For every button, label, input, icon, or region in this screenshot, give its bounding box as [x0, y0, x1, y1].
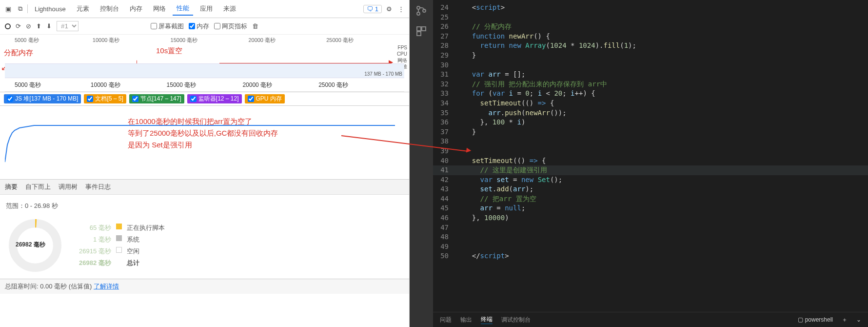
- tick: 5000 毫秒: [15, 37, 93, 44]
- code-line[interactable]: 28 return new Array(1024 * 1024).fill(1)…: [433, 41, 868, 51]
- device-toggle-icon[interactable]: ⧉: [16, 4, 24, 13]
- memory-chart[interactable]: 在10000毫秒的时候我们把arr置为空了 等到了25000毫秒以及以后,GC都…: [0, 106, 409, 179]
- cb-js-heap[interactable]: JS 堆[137 MB - 170 MB]: [4, 94, 81, 103]
- tab-bottom-up[interactable]: 自下而上: [25, 183, 51, 191]
- code-line[interactable]: 49: [433, 242, 868, 252]
- mem-range-label: 137 MB - 170 MB: [364, 71, 402, 77]
- code-line[interactable]: 35 arr.push(newArr());: [433, 108, 868, 118]
- code-line[interactable]: 26 // 分配内存: [433, 22, 868, 32]
- issues-badge[interactable]: 🗨 1: [363, 5, 382, 13]
- tick: 5000 毫秒: [15, 81, 91, 89]
- code-line[interactable]: 39: [433, 146, 868, 156]
- memory-checkbox[interactable]: 内存: [189, 22, 209, 31]
- code-line[interactable]: 50 </script>: [433, 251, 868, 261]
- panel-problems[interactable]: 问题: [440, 316, 452, 324]
- inspect-icon[interactable]: ▣: [4, 4, 13, 13]
- tab-network[interactable]: 网络: [149, 2, 170, 15]
- learn-more-link[interactable]: 了解详情: [94, 283, 119, 290]
- settings-icon[interactable]: ⚙: [385, 4, 394, 13]
- cb-gpu[interactable]: GPU 内存: [245, 94, 285, 103]
- tick: 20000 毫秒: [242, 81, 318, 89]
- panel-debug-console[interactable]: 调试控制台: [501, 316, 531, 324]
- tick: 20000 毫秒: [248, 37, 326, 44]
- tab-application[interactable]: 应用: [196, 2, 217, 15]
- code-line[interactable]: 45 arr = null;: [433, 204, 868, 213]
- terminal-dropdown-icon[interactable]: ⌄: [856, 316, 861, 323]
- profile-select[interactable]: #1: [57, 21, 79, 31]
- extensions-icon[interactable]: [415, 25, 427, 37]
- net-label: 网络: [397, 57, 407, 63]
- tick: 25000 毫秒: [326, 37, 404, 44]
- donut-center-label: 26982 毫秒: [16, 241, 45, 249]
- panel-output[interactable]: 输出: [460, 316, 472, 324]
- source-control-icon[interactable]: [415, 5, 427, 17]
- summary-donut: 26982 毫秒: [6, 216, 64, 275]
- code-line[interactable]: 40 setTimeout(() => {: [433, 156, 868, 166]
- summary-legend: 65 毫秒正在执行脚本 1 毫秒系统 26915 毫秒空闲 26982 毫秒总计: [79, 224, 165, 267]
- tab-event-log[interactable]: 事件日志: [85, 183, 111, 191]
- code-line[interactable]: 27 function newArr() {: [433, 32, 868, 41]
- code-line[interactable]: 38: [433, 137, 868, 146]
- code-line[interactable]: 41 // 这里是创建强引用: [433, 165, 868, 175]
- tick: 15000 毫秒: [167, 81, 243, 89]
- code-line[interactable]: 34 setTimeout(() => {: [433, 99, 868, 108]
- clear-button[interactable]: ⊘: [26, 22, 31, 30]
- tab-summary[interactable]: 摘要: [5, 183, 18, 191]
- code-line[interactable]: 24 <script>: [433, 3, 868, 13]
- trash-icon[interactable]: 🗑: [252, 22, 258, 30]
- tab-elements[interactable]: 元素: [73, 2, 93, 15]
- web-vitals-checkbox[interactable]: 网页指标: [214, 22, 247, 31]
- record-button[interactable]: [5, 23, 11, 29]
- svg-rect-7: [417, 32, 421, 36]
- svg-rect-5: [417, 27, 421, 31]
- code-line[interactable]: 33 for (var i = 0; i < 20; i++) {: [433, 89, 868, 99]
- code-line[interactable]: 31 var arr = [];: [433, 70, 868, 80]
- add-terminal-icon[interactable]: ＋: [842, 316, 848, 324]
- tbt-label: 总阻塞时间: 0.00 毫秒 (估算值): [5, 283, 94, 290]
- code-editor[interactable]: 24 <script>25 26 // 分配内存27 function newA…: [433, 0, 868, 312]
- svg-point-3: [417, 12, 420, 15]
- tick: 25000 毫秒: [318, 81, 395, 89]
- code-line[interactable]: 42 var set = new Set();: [433, 175, 868, 185]
- cb-docs[interactable]: 文档[5 – 5]: [84, 94, 126, 103]
- cpu-label: CPU: [397, 51, 407, 57]
- code-line[interactable]: 43 set.add(arr);: [433, 184, 868, 194]
- range-label: 范围：0 - 26.98 秒: [6, 199, 403, 216]
- svg-point-2: [417, 6, 420, 9]
- code-line[interactable]: 46 }, 10000): [433, 213, 868, 223]
- reload-button[interactable]: ⟳: [16, 22, 21, 30]
- code-line[interactable]: 44 // 把arr 置为空: [433, 194, 868, 204]
- tab-sources[interactable]: 来源: [219, 2, 240, 15]
- svg-rect-6: [422, 27, 426, 31]
- heap-mini-chart: 137 MB - 170 MB: [5, 63, 404, 78]
- screenshot-checkbox[interactable]: 屏幕截图: [151, 22, 184, 31]
- fps-label: FPS: [397, 44, 407, 51]
- tab-performance[interactable]: 性能: [173, 2, 193, 16]
- code-line[interactable]: 30: [433, 61, 868, 70]
- terminal-shell-label[interactable]: ▢ powershell: [798, 316, 833, 323]
- tick: 10000 毫秒: [93, 37, 171, 44]
- tick: 15000 毫秒: [171, 37, 249, 44]
- code-line[interactable]: 29 }: [433, 51, 868, 61]
- code-line[interactable]: 37 }: [433, 127, 868, 137]
- code-line[interactable]: 25: [433, 13, 868, 22]
- code-line[interactable]: 47: [433, 223, 868, 233]
- annot-alloc: 分配内存: [4, 48, 33, 58]
- save-button[interactable]: ⬇: [46, 22, 52, 30]
- tab-lighthouse[interactable]: Lighthouse: [31, 3, 70, 15]
- tab-memory[interactable]: 内存: [126, 2, 146, 15]
- panel-terminal[interactable]: 终端: [481, 315, 493, 324]
- load-button[interactable]: ⬆: [36, 22, 41, 30]
- tick: 10000 毫秒: [91, 81, 167, 89]
- annot-10s: 10s置空: [156, 46, 182, 56]
- cb-nodes[interactable]: 节点[147 – 147]: [129, 94, 184, 103]
- more-icon[interactable]: ⋮: [396, 4, 405, 13]
- overview-timeline[interactable]: 5000 毫秒 10000 毫秒 15000 毫秒 20000 毫秒 25000…: [0, 35, 409, 92]
- code-line[interactable]: 48: [433, 232, 868, 242]
- main-annotation: 在10000毫秒的时候我们把arr置为空了 等到了25000毫秒以及以后,GC都…: [128, 116, 278, 151]
- tab-console[interactable]: 控制台: [96, 2, 123, 15]
- code-line[interactable]: 32 // 强引用 把分配出来的内存保存到 arr中: [433, 80, 868, 89]
- code-line[interactable]: 36 }, 100 * i): [433, 118, 868, 127]
- tab-call-tree[interactable]: 调用树: [59, 183, 78, 191]
- cb-listeners[interactable]: 监听器[12 – 12]: [187, 94, 242, 103]
